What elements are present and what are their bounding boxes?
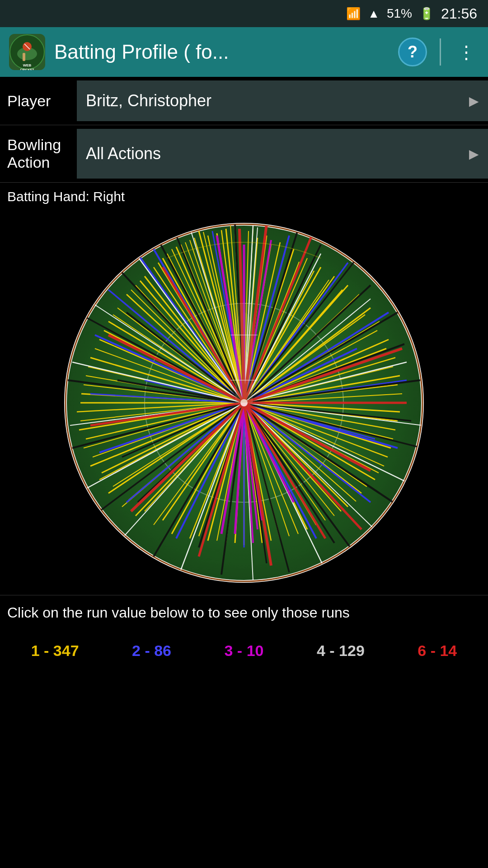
divider: [440, 38, 441, 66]
bowling-action-select[interactable]: All Actions ▶: [77, 129, 488, 179]
player-row: Player Britz, Christopher ▶: [0, 77, 488, 125]
batting-hand: Batting Hand: Right: [0, 183, 488, 211]
legend-item-4[interactable]: 4 - 129: [317, 642, 365, 660]
bowling-action-label: Bowling Action: [0, 125, 77, 182]
player-select[interactable]: Britz, Christopher ▶: [77, 80, 488, 121]
legend-item-6[interactable]: 6 - 14: [418, 642, 457, 660]
svg-rect-221: [236, 303, 252, 403]
player-value: Britz, Christopher: [86, 91, 211, 110]
svg-rect-4: [23, 53, 25, 61]
help-button[interactable]: ?: [398, 38, 427, 66]
signal-icon: ▲: [368, 7, 380, 21]
battery-indicator: 51%: [387, 6, 412, 21]
status-bar: 📶 ▲ 51% 🔋 21:56: [0, 0, 488, 27]
wagon-wheel[interactable]: [63, 222, 425, 584]
form-area: Player Britz, Christopher ▶ Bowling Acti…: [0, 77, 488, 183]
app-bar: WEB CRICKET Batting Profile ( fo... ? ⋮: [0, 27, 488, 77]
legend-item-3[interactable]: 3 - 10: [225, 642, 264, 660]
app-logo: WEB CRICKET: [9, 34, 45, 70]
footer-instruction: Click on the run value below to to see o…: [0, 595, 488, 630]
legend-item-1[interactable]: 1 - 347: [31, 642, 79, 660]
svg-text:WEB: WEB: [23, 63, 32, 67]
player-dropdown-arrow: ▶: [469, 94, 479, 108]
app-title: Batting Profile ( fo...: [54, 41, 389, 63]
svg-text:CRICKET: CRICKET: [20, 68, 34, 70]
bowling-action-dropdown-arrow: ▶: [469, 146, 479, 161]
battery-icon: 🔋: [419, 7, 434, 21]
bowling-action-row: Bowling Action All Actions ▶: [0, 125, 488, 183]
player-label: Player: [0, 77, 77, 125]
menu-button[interactable]: ⋮: [454, 38, 479, 66]
chart-container: [0, 211, 488, 595]
bowling-action-value: All Actions: [86, 144, 161, 163]
wifi-icon: 📶: [346, 7, 361, 21]
clock: 21:56: [441, 5, 477, 22]
legend-item-2[interactable]: 2 - 86: [132, 642, 171, 660]
run-legend: 1 - 347 2 - 86 3 - 10 4 - 129 6 - 14: [0, 630, 488, 671]
